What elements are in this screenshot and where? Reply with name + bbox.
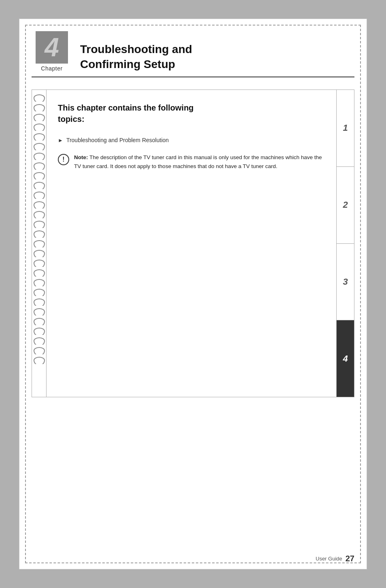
spiral-ring (34, 94, 45, 103)
spiral-ring (34, 308, 45, 317)
toc-heading-line1: This chapter contains the following (58, 103, 194, 112)
spiral-ring (34, 162, 45, 171)
spiral-ring (34, 143, 45, 152)
spiral-ring (34, 250, 45, 259)
chapter-label: Chapter (41, 65, 62, 72)
spiral-ring (34, 328, 45, 337)
tab-number-1: 1 (343, 123, 348, 133)
note-block: ! Note: The description of the TV tuner … (58, 153, 325, 170)
spiral-ring (34, 269, 45, 278)
spiral-ring (34, 153, 45, 162)
spiral-ring (34, 298, 45, 307)
dashed-border-left (25, 25, 27, 563)
page: 4 Chapter Troubleshooting and Confirming… (19, 19, 367, 569)
spiral-ring (34, 124, 45, 132)
spiral-ring (34, 230, 45, 239)
spiral-binding (32, 90, 47, 397)
tab-segment-3[interactable]: 3 (337, 244, 354, 321)
spiral-ring (34, 318, 45, 327)
note-label: Note: (74, 154, 88, 160)
spiral-ring (34, 240, 45, 249)
footer: User Guide 27 (316, 554, 354, 563)
spiral-ring (34, 172, 45, 181)
spiral-ring (34, 337, 45, 346)
chapter-number-block: 4 Chapter (32, 31, 72, 72)
spiral-ring (34, 347, 45, 356)
spiral-ring (34, 279, 45, 288)
spiral-ring (34, 192, 45, 200)
toc-heading: This chapter contains the following topi… (58, 102, 325, 125)
tab-segment-1[interactable]: 1 (337, 90, 354, 167)
spiral-ring (34, 114, 45, 123)
content-box: This chapter contains the following topi… (32, 89, 354, 397)
footer-page-number: 27 (346, 554, 354, 563)
dashed-border-right (359, 25, 361, 563)
spiral-ring (34, 133, 45, 142)
spiral-ring (34, 357, 45, 366)
toc-arrow-icon: ► (58, 137, 63, 143)
chapter-number-background: 4 (36, 31, 68, 64)
spiral-ring (34, 182, 45, 191)
tab-number-3: 3 (343, 277, 348, 287)
spiral-ring (34, 104, 45, 113)
tab-bar: 1234 (336, 90, 354, 397)
spiral-ring (34, 289, 45, 298)
chapter-title-line2: Confirming Setup (80, 58, 175, 70)
inner-content: This chapter contains the following topi… (47, 90, 336, 397)
tab-segment-4[interactable]: 4 (337, 320, 354, 397)
tab-segment-2[interactable]: 2 (337, 167, 354, 244)
dashed-border-top (25, 25, 361, 26)
dashed-border-bottom (25, 562, 361, 563)
tab-number-4: 4 (343, 354, 348, 364)
chapter-number: 4 (45, 34, 59, 60)
toc-item: ► Troubleshooting and Problem Resolution (58, 137, 325, 143)
toc-item-text: Troubleshooting and Problem Resolution (66, 137, 169, 143)
toc-heading-line2: topics: (58, 115, 85, 124)
chapter-title: Troubleshooting and Confirming Setup (80, 42, 354, 72)
note-text: Note: The description of the TV tuner ca… (74, 153, 325, 170)
spiral-ring (34, 201, 45, 210)
page-content: 4 Chapter Troubleshooting and Confirming… (32, 31, 354, 557)
spiral-ring (34, 260, 45, 268)
chapter-header: 4 Chapter Troubleshooting and Confirming… (32, 31, 354, 77)
spiral-ring (34, 211, 45, 220)
tab-number-2: 2 (343, 200, 348, 210)
chapter-title-line1: Troubleshooting and (80, 43, 192, 55)
footer-guide-label: User Guide (316, 556, 342, 562)
note-icon: ! (58, 154, 69, 165)
spiral-ring (34, 221, 45, 230)
